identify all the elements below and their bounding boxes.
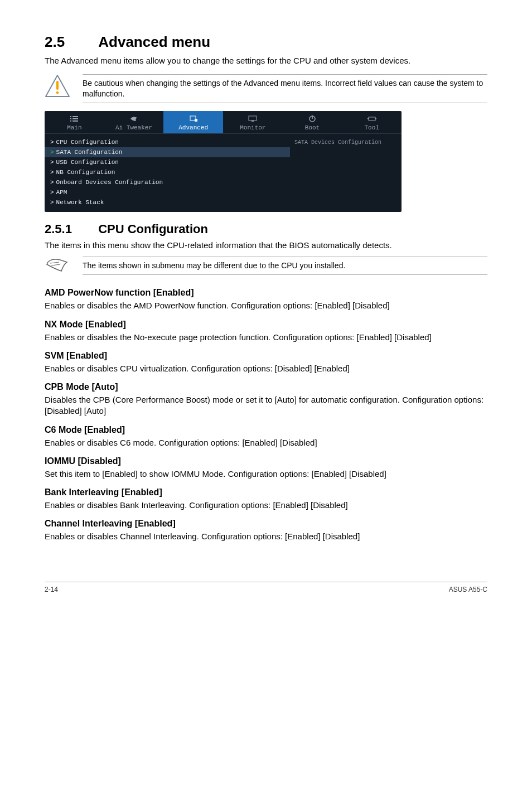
chevron-right-icon: > — [50, 199, 54, 206]
bios-menu-item[interactable]: >USB Configuration — [45, 157, 290, 167]
svg-rect-6 — [70, 120, 71, 122]
svg-rect-7 — [72, 120, 78, 122]
svg-rect-11 — [252, 120, 254, 122]
warning-callout: Be cautious when changing the settings o… — [45, 74, 487, 103]
bios-tab-label: Tool — [342, 124, 402, 131]
setting-heading: C6 Mode [Enabled] — [45, 425, 487, 435]
svg-rect-9 — [195, 119, 197, 122]
svg-rect-13 — [312, 115, 313, 119]
setting-body: Disables the CPB (Core Performance Boost… — [45, 394, 487, 417]
bios-menu-item[interactable]: >Onboard Devices Configuration — [45, 177, 290, 187]
bios-tab-boot[interactable]: Boot — [283, 111, 342, 133]
monitor-icon — [223, 114, 283, 123]
svg-rect-2 — [70, 116, 71, 117]
bios-tab-aitweaker[interactable]: Ai Tweaker — [104, 111, 164, 133]
setting-heading: AMD PowerNow function [Enabled] — [45, 288, 487, 298]
svg-rect-10 — [249, 116, 257, 120]
setting-body: Set this item to [Enabled] to show IOMMU… — [45, 468, 487, 480]
bios-tab-advanced[interactable]: Advanced — [163, 111, 223, 133]
bios-screenshot: Main Ai Tweaker Advanced Monitor Boot To… — [45, 111, 402, 212]
chevron-right-icon: > — [50, 179, 54, 186]
bios-tab-monitor[interactable]: Monitor — [223, 111, 283, 133]
warning-icon — [45, 74, 70, 98]
bios-tab-label: Monitor — [223, 124, 283, 131]
setting-heading: CPB Mode [Auto] — [45, 382, 487, 392]
bird-icon — [104, 114, 164, 123]
setting-body: Enables or disables the No-execute page … — [45, 332, 487, 343]
bios-tab-label: Ai Tweaker — [104, 124, 164, 131]
bios-menu-list: >CPU Configuration >SATA Configuration >… — [45, 134, 290, 210]
bios-menu-label: Onboard Devices Configuration — [56, 179, 163, 186]
subsection-number: 2.5.1 — [45, 222, 95, 236]
note-text: The items shown in submenu may be differ… — [83, 257, 487, 275]
note-icon — [45, 257, 70, 280]
section-title: Advanced menu — [98, 33, 210, 50]
bios-tab-label: Advanced — [163, 124, 223, 131]
svg-rect-15 — [367, 118, 369, 119]
bios-tab-main[interactable]: Main — [45, 111, 104, 133]
subsection-intro: The items in this menu show the CPU-rela… — [45, 240, 487, 251]
chevron-right-icon: > — [50, 139, 54, 146]
bios-menu-label: USB Configuration — [56, 159, 119, 166]
subsection-title: CPU Configuration — [98, 222, 208, 236]
setting-heading: Bank Interleaving [Enabled] — [45, 487, 487, 497]
tool-icon — [342, 114, 402, 123]
svg-point-1 — [56, 91, 59, 94]
section-heading: 2.5 Advanced menu — [45, 33, 487, 51]
bios-tab-label: Main — [45, 124, 104, 131]
setting-body: Enables or disables Channel Interleaving… — [45, 531, 487, 542]
bios-menu-label: SATA Configuration — [56, 149, 123, 156]
setting-body: Enables or disables Bank Interleaving. C… — [45, 500, 487, 511]
chevron-right-icon: > — [50, 169, 54, 176]
bios-menu-label: Network Stack — [56, 199, 104, 206]
bios-menu-label: APM — [56, 189, 67, 196]
svg-rect-5 — [72, 118, 78, 119]
footer-page-number: 2-14 — [45, 586, 58, 593]
note-callout: The items shown in submenu may be differ… — [45, 257, 487, 280]
footer-product: ASUS A55-C — [449, 586, 487, 593]
bios-help-panel: SATA Devices Configuration — [290, 134, 402, 210]
section-number: 2.5 — [45, 33, 95, 51]
subsection-heading: 2.5.1 CPU Configuration — [45, 222, 487, 236]
bios-tabs: Main Ai Tweaker Advanced Monitor Boot To… — [45, 111, 402, 134]
list-icon — [45, 114, 104, 123]
setting-body: Enables or disables C6 mode. Configurati… — [45, 437, 487, 448]
bios-menu-item[interactable]: >CPU Configuration — [45, 137, 290, 147]
bios-tab-label: Boot — [283, 124, 342, 131]
warning-text: Be cautious when changing the settings o… — [83, 74, 487, 103]
setting-heading: IOMMU [Disabled] — [45, 456, 487, 466]
svg-rect-3 — [72, 116, 78, 117]
bios-menu-item[interactable]: >Network Stack — [45, 197, 290, 207]
setting-body: Enables or disables the AMD PowerNow fun… — [45, 300, 487, 311]
setting-body: Enables or disables CPU virtualization. … — [45, 363, 487, 374]
section-intro: The Advanced menu items allow you to cha… — [45, 55, 487, 66]
setting-heading: NX Mode [Enabled] — [45, 320, 487, 330]
bios-menu-label: NB Configuration — [56, 169, 115, 176]
svg-rect-14 — [369, 117, 375, 120]
bios-menu-label: CPU Configuration — [56, 139, 119, 146]
setting-heading: Channel Interleaving [Enabled] — [45, 519, 487, 529]
page-footer: 2-14 ASUS A55-C — [45, 582, 487, 593]
bios-menu-item[interactable]: >APM — [45, 187, 290, 197]
bios-help-text: SATA Devices Configuration — [294, 139, 397, 146]
chevron-right-icon: > — [50, 189, 54, 196]
chevron-right-icon: > — [50, 159, 54, 166]
svg-rect-4 — [70, 118, 71, 119]
chip-icon — [163, 114, 223, 123]
bios-menu-item-selected[interactable]: >SATA Configuration — [45, 147, 290, 157]
bios-menu-item[interactable]: >NB Configuration — [45, 167, 290, 177]
setting-heading: SVM [Enabled] — [45, 351, 487, 361]
chevron-right-icon: > — [50, 149, 54, 156]
power-icon — [283, 114, 342, 123]
svg-rect-16 — [375, 118, 376, 119]
svg-rect-0 — [56, 81, 59, 90]
bios-tab-tool[interactable]: Tool — [342, 111, 402, 133]
